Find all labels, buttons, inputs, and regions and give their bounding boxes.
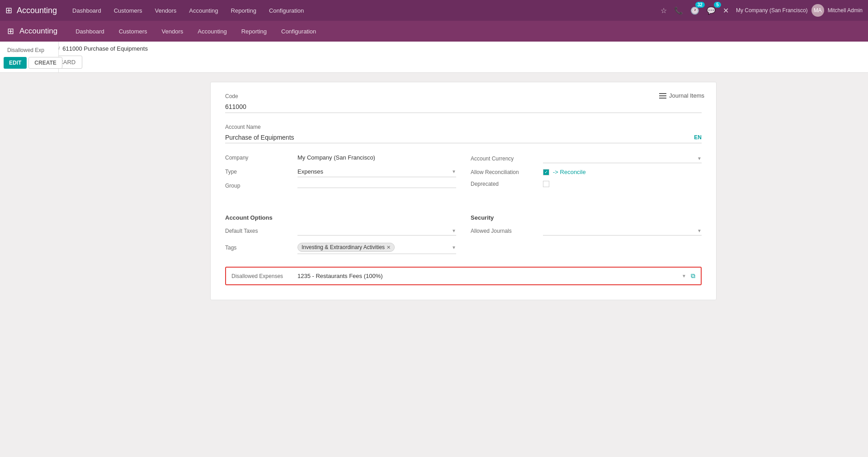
- topbar: ⊞ Accounting Dashboard Customers Vendors…: [0, 0, 868, 21]
- type-select[interactable]: Expenses ▼: [297, 166, 456, 177]
- topbar-nav-accounting[interactable]: Accounting: [183, 0, 224, 21]
- secondary-nav-items: Dashboard Customers Vendors Accounting R…: [68, 21, 323, 42]
- type-label: Type: [225, 169, 297, 175]
- company-name: My Company (San Francisco): [736, 7, 808, 14]
- security-title: Security: [471, 214, 702, 221]
- tag-chip-investing: Investing & Extraordinary Activities ✕: [297, 243, 395, 252]
- allowed-journals-select[interactable]: ▼: [543, 226, 702, 236]
- disallowed-dropdown-icon[interactable]: ▼: [682, 273, 686, 278]
- action-bar: SAVE DISCARD: [9, 56, 859, 72]
- breadcrumb: Chart of Accounts / 611000 Purchase of E…: [9, 45, 859, 52]
- chat-badge-btn[interactable]: 💬 5: [705, 5, 717, 17]
- secondary-nav-accounting[interactable]: Accounting: [190, 21, 234, 42]
- reconcile-link[interactable]: -> Reconcile: [553, 169, 586, 175]
- two-col-layout: Company My Company (San Francisco) Type …: [225, 154, 702, 194]
- account-options-col: Account Options Default Taxes ▼ Tags Inv…: [225, 205, 456, 259]
- group-field: Group: [225, 183, 456, 189]
- main-content: Journal Items Code 611000 Account Name P…: [59, 73, 868, 309]
- secondary-nav-customers[interactable]: Customers: [112, 21, 155, 42]
- type-field: Type Expenses ▼: [225, 166, 456, 177]
- default-taxes-field: Default Taxes ▼: [225, 226, 456, 236]
- journals-dropdown-icon: ▼: [697, 228, 702, 233]
- topbar-nav-configuration[interactable]: Configuration: [263, 0, 310, 21]
- sidebar: Disallowed Exp EDIT CREATE: [0, 42, 59, 72]
- reconciliation-checkbox[interactable]: [543, 169, 549, 175]
- journal-items-button[interactable]: Journal Items: [655, 90, 709, 102]
- allowed-journals-field: Allowed Journals ▼: [471, 226, 702, 236]
- disallowed-expenses-select: 1235 - Restaurants Fees (100%) ▼ ⧉: [297, 272, 695, 280]
- group-label: Group: [225, 183, 297, 189]
- allow-reconciliation-label: Allow Reconciliation: [471, 169, 543, 175]
- topbar-nav: Dashboard Customers Vendors Accounting R…: [66, 0, 659, 21]
- close-icon[interactable]: ✕: [721, 5, 731, 17]
- topbar-brand: Accounting: [17, 6, 57, 15]
- topbar-right: ☆ 📞 🕐 32 💬 5 ✕ My Company (San Francisco…: [659, 4, 863, 17]
- edit-button[interactable]: EDIT: [4, 57, 27, 69]
- phone-icon[interactable]: 📞: [672, 5, 685, 17]
- form-body: Code 611000 Account Name Purchase of Equ…: [211, 82, 716, 300]
- tag-remove-icon[interactable]: ✕: [387, 245, 391, 250]
- default-taxes-select[interactable]: ▼: [297, 226, 456, 236]
- external-link-icon[interactable]: ⧉: [691, 272, 695, 280]
- secondary-nav-vendors[interactable]: Vendors: [155, 21, 191, 42]
- options-security-layout: Account Options Default Taxes ▼ Tags Inv…: [225, 205, 702, 259]
- secondary-nav-reporting[interactable]: Reporting: [234, 21, 274, 42]
- account-name-value[interactable]: Purchase of Equipments: [225, 134, 694, 141]
- account-name-label: Account Name: [225, 124, 702, 130]
- disallowed-expenses-value[interactable]: 1235 - Restaurants Fees (100%): [297, 273, 680, 279]
- company-field: Company My Company (San Francisco): [225, 154, 456, 161]
- code-label: Code: [225, 93, 702, 99]
- secondary-nav-dashboard[interactable]: Dashboard: [68, 21, 112, 42]
- sidebar-btn-row: EDIT CREATE: [4, 57, 55, 69]
- topbar-nav-reporting[interactable]: Reporting: [225, 0, 263, 21]
- tags-control: Investing & Extraordinary Activities ✕ ▼: [297, 241, 456, 254]
- breadcrumb-current: 611000 Purchase of Equipments: [62, 45, 148, 52]
- topbar-nav-customers[interactable]: Customers: [108, 0, 149, 21]
- taxes-dropdown-icon: ▼: [452, 228, 456, 233]
- account-currency-label: Account Currency: [471, 155, 543, 162]
- currency-dropdown-icon: ▼: [697, 156, 702, 161]
- sidebar-label: Disallowed Exp: [4, 45, 55, 55]
- col-left: Company My Company (San Francisco) Type …: [225, 154, 456, 194]
- account-name-section: Account Name Purchase of Equipments EN: [225, 124, 702, 143]
- deprecated-label: Deprecated: [471, 181, 543, 187]
- secondary-brand: Accounting: [19, 27, 57, 36]
- disallowed-expenses-row: Disallowed Expenses 1235 - Restaurants F…: [225, 267, 702, 285]
- chat-badge: 5: [714, 2, 721, 8]
- reconciliation-control: -> Reconcile: [543, 169, 586, 175]
- create-button[interactable]: CREATE: [28, 57, 62, 69]
- code-value[interactable]: 611000: [225, 101, 702, 113]
- deprecated-field: Deprecated: [471, 181, 702, 187]
- secondary-nav: ⊞ Accounting Dashboard Customers Vendors…: [0, 21, 868, 42]
- clock-badge: 32: [695, 2, 705, 8]
- topbar-nav-vendors[interactable]: Vendors: [149, 0, 183, 21]
- form-card: Journal Items Code 611000 Account Name P…: [210, 82, 717, 300]
- tags-field: Tags Investing & Extraordinary Activitie…: [225, 241, 456, 254]
- account-options-title: Account Options: [225, 214, 456, 221]
- account-currency-select[interactable]: ▼: [543, 154, 702, 163]
- col-right: Account Currency ▼ Allow Reconciliation …: [471, 154, 702, 194]
- type-value: Expenses: [297, 168, 452, 175]
- code-section: Code 611000: [225, 93, 702, 113]
- type-dropdown-icon: ▼: [452, 169, 456, 174]
- topbar-nav-dashboard[interactable]: Dashboard: [66, 0, 108, 21]
- secondary-nav-configuration[interactable]: Configuration: [274, 21, 323, 42]
- avatar[interactable]: MA: [811, 4, 824, 17]
- disallowed-expenses-label: Disallowed Expenses: [231, 273, 290, 279]
- group-select[interactable]: [297, 184, 456, 188]
- account-currency-field: Account Currency ▼: [471, 154, 702, 163]
- star-icon[interactable]: ☆: [659, 5, 669, 17]
- company-label: Company: [225, 155, 297, 161]
- company-value[interactable]: My Company (San Francisco): [297, 154, 456, 161]
- hamburger-icon: [659, 93, 666, 99]
- deprecated-checkbox[interactable]: [543, 181, 549, 187]
- language-badge[interactable]: EN: [694, 134, 702, 141]
- account-name-row: Purchase of Equipments EN: [225, 132, 702, 143]
- grid-icon[interactable]: ⊞: [7, 26, 14, 36]
- default-taxes-label: Default Taxes: [225, 228, 297, 234]
- allowed-journals-label: Allowed Journals: [471, 228, 543, 234]
- tags-dropdown-icon[interactable]: ▼: [452, 245, 456, 250]
- allow-reconciliation-field: Allow Reconciliation -> Reconcile: [471, 169, 702, 175]
- apps-icon[interactable]: ⊞: [5, 5, 12, 15]
- clock-badge-btn[interactable]: 🕐 32: [689, 5, 701, 17]
